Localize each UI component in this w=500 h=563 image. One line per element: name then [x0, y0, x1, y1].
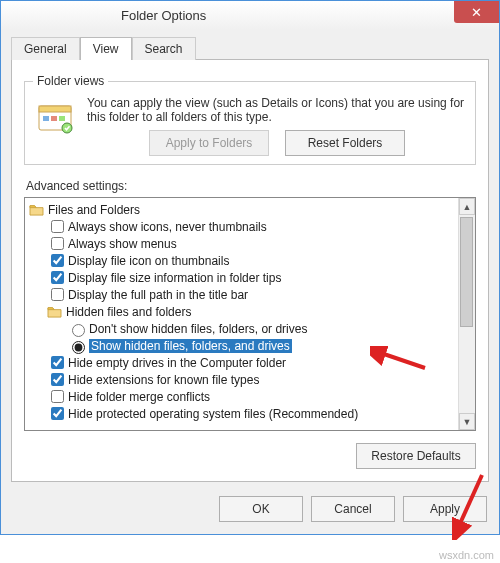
reset-folders-button[interactable]: Reset Folders: [285, 130, 405, 156]
tab-search[interactable]: Search: [132, 37, 196, 60]
tree-item-label: Display file icon on thumbnails: [68, 254, 229, 268]
tree-checkbox[interactable]: [51, 220, 64, 233]
tab-general[interactable]: General: [11, 37, 80, 60]
close-button[interactable]: ✕: [454, 1, 499, 23]
tree-item[interactable]: Show hidden files, folders, and drives: [27, 337, 456, 354]
apply-to-folders-button[interactable]: Apply to Folders: [149, 130, 269, 156]
window-title: Folder Options: [121, 8, 206, 23]
scrollbar[interactable]: ▲ ▼: [458, 198, 475, 430]
tree-item-label: Always show menus: [68, 237, 177, 251]
titlebar: Folder Options ✕: [1, 0, 499, 30]
scroll-down-button[interactable]: ▼: [459, 413, 475, 430]
svg-rect-1: [39, 106, 71, 112]
tree-item-label: Always show icons, never thumbnails: [68, 220, 267, 234]
advanced-settings-box: Files and FoldersAlways show icons, neve…: [24, 197, 476, 431]
tree-item-label: Hide folder merge conflicts: [68, 390, 210, 404]
tree-checkbox[interactable]: [51, 407, 64, 420]
apply-button[interactable]: Apply: [403, 496, 487, 522]
tree-group[interactable]: Hidden files and folders: [27, 303, 456, 320]
tree-item[interactable]: Hide extensions for known file types: [27, 371, 456, 388]
tree-item[interactable]: Don't show hidden files, folders, or dri…: [27, 320, 456, 337]
restore-defaults-button[interactable]: Restore Defaults: [356, 443, 476, 469]
close-icon: ✕: [471, 5, 482, 20]
tree-radio[interactable]: [72, 341, 85, 354]
tree-item-label: Display the full path in the title bar: [68, 288, 248, 302]
tree-item-label: Hide protected operating system files (R…: [68, 407, 358, 421]
folder-views-icon: [33, 96, 77, 140]
tab-strip: General View Search: [1, 30, 499, 59]
folder-views-legend: Folder views: [33, 74, 108, 88]
tree-item-label: Display file size information in folder …: [68, 271, 281, 285]
tree-checkbox[interactable]: [51, 288, 64, 301]
tab-body-view: Folder views You can apply the view (suc…: [11, 59, 489, 482]
tree-item[interactable]: Hide folder merge conflicts: [27, 388, 456, 405]
advanced-settings-tree[interactable]: Files and FoldersAlways show icons, neve…: [25, 198, 458, 430]
scroll-track[interactable]: [459, 215, 475, 413]
tree-checkbox[interactable]: [51, 237, 64, 250]
scroll-thumb[interactable]: [460, 217, 473, 327]
svg-rect-4: [59, 116, 65, 121]
tree-item[interactable]: Display the full path in the title bar: [27, 286, 456, 303]
tree-checkbox[interactable]: [51, 373, 64, 386]
tree-item[interactable]: Hide empty drives in the Computer folder: [27, 354, 456, 371]
svg-point-5: [62, 123, 72, 133]
tree-item[interactable]: Hide protected operating system files (R…: [27, 405, 456, 422]
tree-group-label: Hidden files and folders: [66, 305, 191, 319]
dialog-buttons: OK Cancel Apply: [1, 492, 499, 534]
svg-rect-3: [51, 116, 57, 121]
tab-view[interactable]: View: [80, 37, 132, 60]
scroll-up-button[interactable]: ▲: [459, 198, 475, 215]
folder-views-group: Folder views You can apply the view (suc…: [24, 74, 476, 165]
tree-item-label: Hide empty drives in the Computer folder: [68, 356, 286, 370]
watermark: wsxdn.com: [439, 549, 494, 561]
tree-item[interactable]: Always show icons, never thumbnails: [27, 218, 456, 235]
svg-rect-2: [43, 116, 49, 121]
tree-item-label: Don't show hidden files, folders, or dri…: [89, 322, 307, 336]
ok-button[interactable]: OK: [219, 496, 303, 522]
tree-root-label: Files and Folders: [48, 203, 140, 217]
tree-radio[interactable]: [72, 324, 85, 337]
advanced-settings-label: Advanced settings:: [26, 179, 478, 193]
tree-item-label: Show hidden files, folders, and drives: [89, 339, 292, 353]
tree-root[interactable]: Files and Folders: [27, 201, 456, 218]
cancel-button[interactable]: Cancel: [311, 496, 395, 522]
tree-checkbox[interactable]: [51, 271, 64, 284]
tree-item[interactable]: Display file size information in folder …: [27, 269, 456, 286]
tree-checkbox[interactable]: [51, 356, 64, 369]
tree-checkbox[interactable]: [51, 254, 64, 267]
folder-options-window: Folder Options ✕ General View Search Fol…: [0, 0, 500, 535]
tree-item[interactable]: Always show menus: [27, 235, 456, 252]
tree-checkbox[interactable]: [51, 390, 64, 403]
folder-views-description: You can apply the view (such as Details …: [87, 96, 467, 124]
tree-item[interactable]: Display file icon on thumbnails: [27, 252, 456, 269]
tree-item-label: Hide extensions for known file types: [68, 373, 259, 387]
